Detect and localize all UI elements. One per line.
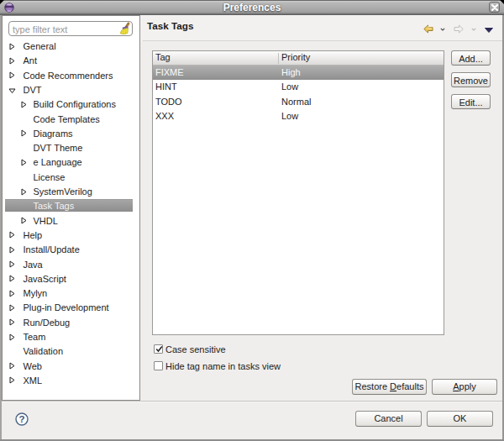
svg-text:?: ?: [18, 414, 24, 424]
